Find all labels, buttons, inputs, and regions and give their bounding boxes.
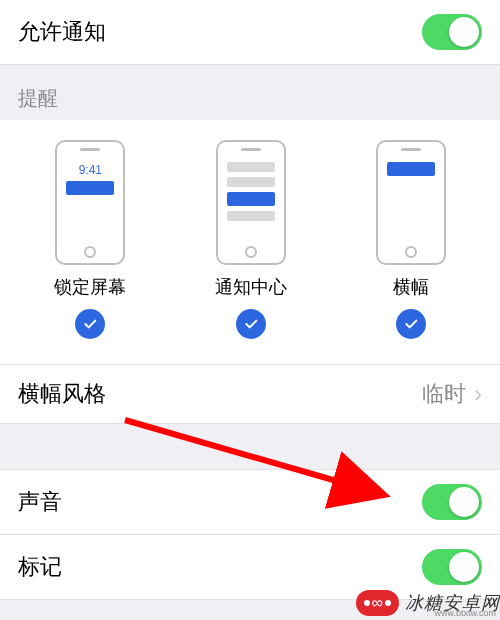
banner-style-row[interactable]: 横幅风格 临时 › bbox=[0, 365, 500, 424]
banner-style-value: 临时 bbox=[422, 379, 466, 409]
banners-label: 横幅 bbox=[393, 275, 429, 299]
watermark-badge-icon: ∞ bbox=[356, 590, 399, 616]
lockscreen-preview-icon: 9:41 bbox=[55, 140, 125, 265]
banners-preview-icon bbox=[376, 140, 446, 265]
lockscreen-time: 9:41 bbox=[79, 163, 102, 177]
watermark-url: www.btxtw.com bbox=[434, 608, 496, 618]
lockscreen-check-icon bbox=[75, 309, 105, 339]
alerts-panel: 9:41 锁定屏幕 通知中心 bbox=[0, 120, 500, 365]
allow-notifications-row: 允许通知 bbox=[0, 0, 500, 65]
sounds-row: 声音 bbox=[0, 469, 500, 535]
notification-center-label: 通知中心 bbox=[215, 275, 287, 299]
sounds-label: 声音 bbox=[18, 487, 62, 517]
alert-style-banners[interactable]: 横幅 bbox=[376, 140, 446, 339]
badges-toggle[interactable] bbox=[422, 549, 482, 585]
sounds-toggle[interactable] bbox=[422, 484, 482, 520]
section-gap bbox=[0, 424, 500, 469]
notification-center-preview-icon bbox=[216, 140, 286, 265]
lockscreen-label: 锁定屏幕 bbox=[54, 275, 126, 299]
watermark: ∞ 冰糖安卓网 www.btxtw.com bbox=[356, 590, 500, 616]
alerts-section-header: 提醒 bbox=[0, 65, 500, 120]
allow-notifications-toggle[interactable] bbox=[422, 14, 482, 50]
badges-label: 标记 bbox=[18, 552, 62, 582]
notification-center-check-icon bbox=[236, 309, 266, 339]
banner-style-label: 横幅风格 bbox=[18, 379, 106, 409]
allow-notifications-label: 允许通知 bbox=[18, 17, 106, 47]
alert-style-lockscreen[interactable]: 9:41 锁定屏幕 bbox=[54, 140, 126, 339]
alert-style-notification-center[interactable]: 通知中心 bbox=[215, 140, 287, 339]
chevron-right-icon: › bbox=[474, 380, 482, 408]
banners-check-icon bbox=[396, 309, 426, 339]
